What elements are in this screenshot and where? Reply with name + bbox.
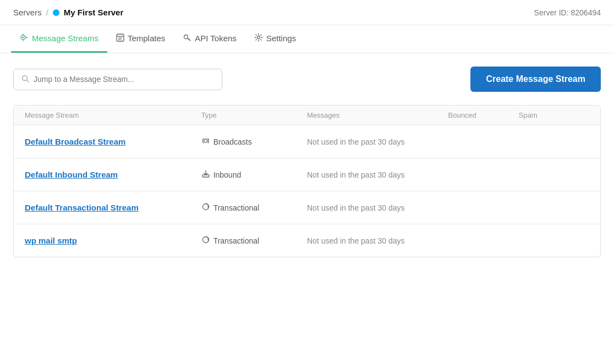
toolbar: Create Message Stream <box>13 67 601 92</box>
breadcrumb: Servers / My First Server <box>13 8 123 17</box>
table-header: Message Stream Type Messages Bounced Spa… <box>14 106 600 125</box>
tab-message-streams-label: Message Streams <box>32 34 98 43</box>
gear-icon <box>254 33 263 43</box>
page-header: Servers / My First Server Server ID: 820… <box>0 0 614 25</box>
col-header-bounced: Bounced <box>448 111 519 119</box>
tab-message-streams[interactable]: Message Streams <box>11 25 107 53</box>
tab-settings[interactable]: Settings <box>245 25 305 53</box>
breadcrumb-separator: / <box>46 8 48 17</box>
messages-cell-2: Not used in the past 30 days <box>307 203 448 212</box>
type-cell-transactional: Transactional <box>201 202 307 213</box>
col-header-messages: Messages <box>307 111 448 119</box>
tab-templates-label: Templates <box>128 34 165 43</box>
table-row: wp mail smtp Transactional Not used in t… <box>14 224 600 257</box>
table-row: Default Transactional Stream Transaction… <box>14 191 600 224</box>
col-header-type: Type <box>201 111 307 119</box>
type-label-transactional-3: Transactional <box>213 236 260 245</box>
messages-cell-1: Not used in the past 30 days <box>307 170 448 179</box>
svg-point-0 <box>23 37 24 38</box>
svg-point-8 <box>257 36 260 39</box>
server-id: Server ID: 8206494 <box>534 8 601 17</box>
broadcasts-icon <box>201 136 210 147</box>
transactional-icon <box>201 202 210 213</box>
server-status-dot <box>53 9 59 16</box>
transactional-icon-wp <box>201 235 210 246</box>
main-content: Create Message Stream Message Stream Typ… <box>0 53 614 271</box>
table-row: Default Broadcast Stream Broadcasts Not … <box>14 125 600 158</box>
type-cell-broadcasts: Broadcasts <box>201 136 307 147</box>
search-input[interactable] <box>34 75 214 84</box>
type-cell-inbound: Inbound <box>201 169 307 180</box>
col-header-spam: Spam <box>519 111 589 119</box>
search-icon <box>21 75 29 84</box>
breadcrumb-servers-link[interactable]: Servers <box>13 8 42 17</box>
col-header-stream: Message Stream <box>25 111 201 119</box>
key-icon <box>183 33 191 43</box>
templates-icon <box>116 34 124 43</box>
stream-name-wp-mail-smtp[interactable]: wp mail smtp <box>25 236 201 245</box>
create-message-stream-button[interactable]: Create Message Stream <box>470 67 601 92</box>
inbound-icon <box>201 169 210 180</box>
type-label-inbound: Inbound <box>213 170 242 179</box>
svg-line-10 <box>27 80 29 82</box>
stream-name-default-inbound[interactable]: Default Inbound Stream <box>25 170 201 179</box>
type-label-broadcasts: Broadcasts <box>213 137 252 146</box>
stream-name-default-broadcast[interactable]: Default Broadcast Stream <box>25 137 201 146</box>
search-wrapper[interactable] <box>13 69 222 90</box>
type-label-transactional-2: Transactional <box>213 203 260 212</box>
table-row: Default Inbound Stream Inbound Not used … <box>14 158 600 191</box>
messages-cell-3: Not used in the past 30 days <box>307 236 448 245</box>
stream-name-default-transactional[interactable]: Default Transactional Stream <box>25 203 201 212</box>
tab-templates[interactable]: Templates <box>107 26 174 53</box>
tab-settings-label: Settings <box>266 34 296 43</box>
messages-cell-0: Not used in the past 30 days <box>307 137 448 146</box>
nav-tabs: Message Streams Templates API Tokens <box>0 25 614 53</box>
server-name: My First Server <box>64 8 123 17</box>
type-cell-transactional-wp: Transactional <box>201 235 307 246</box>
message-streams-table: Message Stream Type Messages Bounced Spa… <box>13 105 601 257</box>
streams-icon <box>20 33 29 43</box>
tab-api-tokens[interactable]: API Tokens <box>174 25 245 53</box>
svg-point-11 <box>204 139 207 142</box>
tab-api-tokens-label: API Tokens <box>195 34 237 43</box>
